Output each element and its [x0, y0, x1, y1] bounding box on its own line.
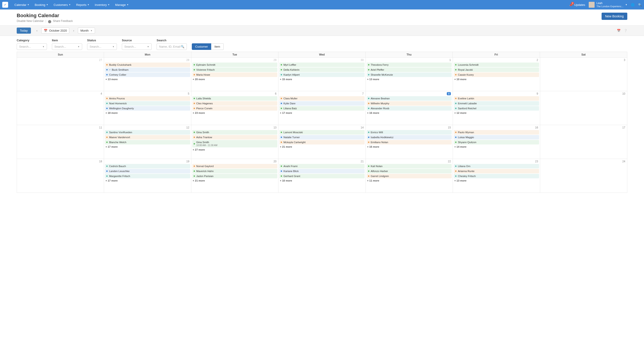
calendar-cell[interactable]: 14Lamont MosciskiNatalie TurnerMckayla C…: [278, 125, 366, 159]
item-filter[interactable]: Search...▼: [52, 43, 82, 50]
calendar-cell[interactable]: 10: [540, 91, 627, 125]
calendar-cell[interactable]: 15Enrico WillIsabella HodkiewiczEmiliano…: [366, 125, 453, 159]
booking-event[interactable]: Shyann Quitzon: [454, 140, 539, 145]
new-booking-button[interactable]: New Booking: [602, 13, 628, 20]
booking-event[interactable]: Della Kshlerin: [279, 68, 364, 72]
booking-event[interactable]: Maverick Hahn: [192, 169, 277, 173]
prev-button[interactable]: ‹: [34, 29, 40, 32]
more-link[interactable]: + 20 more: [191, 78, 278, 81]
booking-event[interactable]: Laila Shields: [192, 96, 277, 101]
search-input[interactable]: [159, 45, 181, 48]
calendar-cell[interactable]: 7Clara MullerKylie DareLiliana Batz+ 17 …: [278, 91, 366, 125]
view-picker[interactable]: Month ▼: [78, 28, 95, 34]
booking-event[interactable]: Wellington Daugherty: [105, 106, 190, 111]
booking-event[interactable]: Cortney Collier: [105, 73, 190, 77]
status-filter[interactable]: Search...▼: [87, 43, 117, 50]
more-link[interactable]: + 16 more: [366, 145, 453, 149]
updates-button[interactable]: 2 📣 Updates: [569, 3, 585, 7]
more-link[interactable]: + 14 more: [453, 145, 540, 149]
more-link[interactable]: + 13 more: [453, 179, 540, 182]
booking-event[interactable]: Kylie Dare: [279, 101, 364, 106]
calendar-cell[interactable]: 5Amira PourosNoel HomenickWellington Dau…: [104, 91, 191, 125]
booking-event[interactable]: Cleo Hagenes: [192, 101, 277, 106]
calendar-cell[interactable]: 3: [540, 57, 627, 91]
calendar-cell[interactable]: 12Santino VonRuedenMaeve VandervortBlanc…: [104, 125, 191, 159]
calendar-cell[interactable]: 29Ephraim SchmittVivienne FritschMaria H…: [191, 57, 278, 91]
booking-event[interactable]: Alexander Roob: [367, 106, 452, 111]
category-filter[interactable]: Search...▼: [17, 43, 47, 50]
booking-event[interactable]: ↩Buck Smitham: [105, 68, 190, 72]
booking-event[interactable]: Amira Pouros: [105, 96, 190, 101]
booking-event[interactable]: Maria Howe: [192, 73, 277, 77]
calendar-cell[interactable]: 6Laila ShieldsCleo HagenesPierce Corwin+…: [191, 91, 278, 125]
toggle-customer[interactable]: Customer: [192, 43, 211, 50]
calendar-cell[interactable]: 1Theodora FerryAriel PfefferShanelle McK…: [366, 57, 453, 91]
booking-event[interactable]: Gina Smith: [192, 130, 277, 135]
more-link[interactable]: + 17 more: [278, 111, 365, 115]
booking-event[interactable]: Jadon Parisian: [192, 174, 277, 178]
nav-inventory[interactable]: Inventory▼: [92, 2, 112, 8]
booking-event[interactable]: Gina Smith10:00 AM - 11:30 AM: [192, 140, 277, 147]
calendar-cell[interactable]: 2Louvenia SchmidtRoyal JacobiCassie Koze…: [453, 57, 540, 91]
booking-event[interactable]: Enrico Will: [367, 130, 452, 135]
today-button[interactable]: Today: [17, 28, 31, 34]
booking-event[interactable]: Gerhard Grant: [279, 174, 364, 178]
booking-event[interactable]: Natalie Turner: [279, 135, 364, 140]
booking-event[interactable]: Shanelle McKenzie: [367, 73, 452, 77]
calendar-cell[interactable]: 4: [17, 91, 104, 125]
next-button[interactable]: ›: [71, 29, 76, 32]
calendar-cell[interactable]: 19Cedrick BauchLanden LeuschkeMargarette…: [104, 159, 191, 193]
booking-event[interactable]: Liliana Batz: [279, 106, 364, 111]
booking-event[interactable]: Myrl Leffler: [279, 63, 364, 67]
booking-event[interactable]: Louvenia Schmidt: [454, 63, 539, 67]
booking-event[interactable]: Royal Jacobi: [454, 68, 539, 72]
calendar-cell[interactable]: 30Myrl LefflerDella KshlerinKaelyn Hilpe…: [278, 57, 366, 91]
more-link[interactable]: + 16 more: [366, 111, 453, 115]
booking-event[interactable]: Clara Muller: [279, 96, 364, 101]
booking-event[interactable]: Alexane Beahan: [367, 96, 452, 101]
calendar-cell[interactable]: 28Buddy Cruickshank↩Buck SmithamCortney …: [104, 57, 191, 91]
share-feedback-link[interactable]: Share Feedback: [53, 20, 73, 23]
booking-event[interactable]: Arianna Runte: [454, 169, 539, 173]
booking-event[interactable]: Lukas Maggio: [454, 135, 539, 140]
calendar-cell[interactable]: 17: [540, 125, 627, 159]
booking-event[interactable]: Ephraim Schmitt: [192, 63, 277, 67]
booking-event[interactable]: Norval Gaylord: [192, 164, 277, 168]
nav-booking[interactable]: Booking▼: [32, 2, 50, 8]
calendar-settings-icon[interactable]: 📅: [617, 29, 620, 32]
calendar-cell[interactable]: 27: [17, 57, 104, 91]
calendar-cell[interactable]: 8Alexane BeahanWilhelm MurphyAlexander R…: [366, 91, 453, 125]
booking-event[interactable]: Isabella Hodkiewicz: [367, 135, 452, 140]
booking-event[interactable]: Vivienne Fritsch: [192, 68, 277, 72]
calendar-cell[interactable]: 21Anahi FramiKariane BlickGerhard Grant+…: [278, 159, 366, 193]
calendar-cell[interactable]: 22Kali NolanAlfonzo HarberGarret Lindgre…: [366, 159, 453, 193]
more-link[interactable]: + 10 more: [278, 179, 365, 182]
calendar-cell[interactable]: 24: [540, 159, 627, 193]
booking-event[interactable]: Alfonzo Harber: [367, 169, 452, 173]
date-picker[interactable]: 📅 October 2020: [41, 28, 70, 34]
more-link[interactable]: + 13 more: [104, 78, 191, 81]
more-link[interactable]: + 12 more: [453, 111, 540, 115]
help-icon[interactable]: ❔: [624, 29, 627, 32]
nav-customers[interactable]: Customers▼: [52, 2, 73, 8]
search-icon[interactable]: 🔍: [638, 3, 642, 7]
booking-event[interactable]: Anahi Frami: [279, 164, 364, 168]
booking-event[interactable]: Mckayla Cartwright: [279, 140, 364, 145]
more-link[interactable]: + 23 more: [191, 111, 278, 115]
booking-event[interactable]: Emmett Labadie: [454, 101, 539, 106]
booking-event[interactable]: Eveline Larkin: [454, 96, 539, 101]
booking-event[interactable]: Blanche Welch: [105, 140, 190, 145]
booking-event[interactable]: Santino VonRueden: [105, 130, 190, 135]
booking-event[interactable]: Kariane Blick: [279, 169, 364, 173]
toggle-item[interactable]: Item: [211, 43, 224, 50]
calendar-cell[interactable]: 13Gina SmithAsha TrantowGina Smith10:00 …: [191, 125, 278, 159]
booking-event[interactable]: Cassie Kozey: [454, 73, 539, 77]
source-filter[interactable]: Search...▼: [122, 43, 152, 50]
calendar-cell[interactable]: 11: [17, 125, 104, 159]
booking-event[interactable]: Lamont Mosciski: [279, 130, 364, 135]
booking-event[interactable]: Cedrick Bauch: [105, 164, 190, 168]
more-link[interactable]: + 17 more: [104, 179, 191, 182]
calendar-cell[interactable]: 16Paolo WymanLukas MaggioShyann Quitzon+…: [453, 125, 540, 159]
more-link[interactable]: + 13 more: [366, 78, 453, 81]
more-link[interactable]: + 17 more: [104, 145, 191, 149]
